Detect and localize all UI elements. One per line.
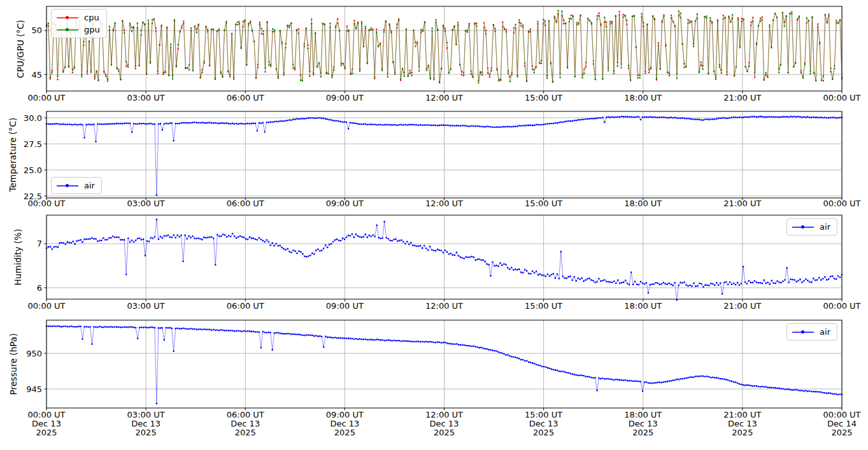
legend-line-sample-icon [57,183,78,188]
figure: CPU/GPU (°C) Temperature (°C) Humidity (… [0,0,868,450]
y-tick-label: 30.0 [4,113,42,123]
x-tick-label: 12:00 UTDec 132025 [425,411,463,437]
x-tick-label: 18:00 UT [624,302,662,311]
x-tick-label: 12:00 UT [425,302,463,311]
legend-line-sample-icon [792,329,814,335]
charts-canvas [0,0,868,450]
y-tick-label: 7 [4,239,42,248]
x-tick-date: Dec 13 [326,419,364,428]
legend-temperature: air [51,177,102,194]
x-tick-year: 2025 [127,428,165,437]
x-tick-label: 00:00 UT [27,302,65,311]
x-tick-year: 2025 [723,428,761,437]
y-tick-label: 950 [4,349,42,358]
x-tick-label: 00:00 UTDec 132025 [27,411,65,437]
x-tick-label: 12:00 UT [425,94,463,102]
y-tick-label: 50 [4,25,42,35]
x-tick-date: Dec 14 [823,419,860,428]
y-tick-label: 27.5 [4,139,42,149]
x-tick-year: 2025 [624,428,662,437]
x-tick-label: 00:00 UT [823,94,860,102]
x-tick-label: 09:00 UT [326,199,364,208]
legend-line-sample-icon [57,15,78,20]
legend-label: air [84,181,95,190]
x-tick-label: 00:00 UT [823,199,860,208]
y-tick-label: 945 [4,384,42,394]
x-tick-label: 18:00 UT [624,199,662,208]
x-tick-date: Dec 13 [525,419,562,428]
y-tick-label: 25.0 [4,165,42,175]
x-tick-label: 18:00 UT [624,94,662,102]
x-tick-label: 03:00 UT [127,199,165,208]
x-tick-label: 21:00 UT [723,94,761,102]
x-tick-label: 06:00 UT [227,199,264,208]
x-tick-label: 03:00 UT [127,94,165,102]
x-tick-label: 06:00 UT [227,302,264,311]
legend-label: gpu [84,25,100,34]
y-tick-label: 22.5 [4,192,42,201]
x-tick-year: 2025 [227,428,264,437]
x-tick-date: Dec 13 [624,419,662,428]
x-tick-year: 2025 [27,428,65,437]
y-tick-label: 6 [4,283,42,293]
x-tick-date: Dec 13 [127,419,165,428]
legend-item: air [792,326,830,338]
x-tick-year: 2025 [823,428,860,437]
x-tick-label: 03:00 UT [127,302,165,311]
legend-item: gpu [57,24,100,36]
x-tick-label: 21:00 UTDec 132025 [723,411,761,437]
legend-item: cpu [57,11,100,24]
x-tick-date: Dec 13 [227,419,264,428]
legend-label: air [820,222,830,232]
x-tick-label: 00:00 UT [823,302,860,311]
x-tick-label: 00:00 UT [27,94,65,102]
x-tick-label: 09:00 UT [326,302,364,311]
x-tick-label: 18:00 UTDec 132025 [624,411,662,437]
legend-cpu-gpu: cpugpu [51,9,107,38]
x-tick-label: 09:00 UTDec 132025 [326,411,364,437]
x-tick-year: 2025 [425,428,463,437]
legend-pressure: air [786,323,837,341]
x-tick-label: 21:00 UT [723,199,761,208]
legend-item: air [792,221,830,233]
x-tick-label: 21:00 UT [723,302,761,311]
x-tick-date: Dec 13 [723,419,761,428]
x-tick-label: 09:00 UT [326,94,364,102]
x-tick-label: 03:00 UTDec 132025 [127,411,165,437]
legend-line-sample-icon [57,27,78,32]
x-tick-date: Dec 13 [27,419,65,428]
x-tick-label: 15:00 UT [525,94,562,102]
legend-line-sample-icon [792,224,814,230]
legend-label: cpu [84,13,99,22]
x-tick-label: 06:00 UTDec 132025 [227,411,264,437]
y-tick-label: 45 [4,70,42,80]
x-tick-year: 2025 [326,428,364,437]
x-tick-label: 12:00 UT [425,199,463,208]
legend-label: air [820,327,830,337]
x-tick-label: 15:00 UT [525,199,562,208]
x-tick-year: 2025 [525,428,562,437]
legend-humidity: air [786,218,837,236]
x-tick-label: 15:00 UT [525,302,562,311]
x-tick-label: 00:00 UTDec 142025 [823,411,860,437]
legend-item: air [57,179,95,192]
x-tick-label: 06:00 UT [227,94,264,102]
x-tick-label: 15:00 UTDec 132025 [525,411,562,437]
x-tick-date: Dec 13 [425,419,463,428]
